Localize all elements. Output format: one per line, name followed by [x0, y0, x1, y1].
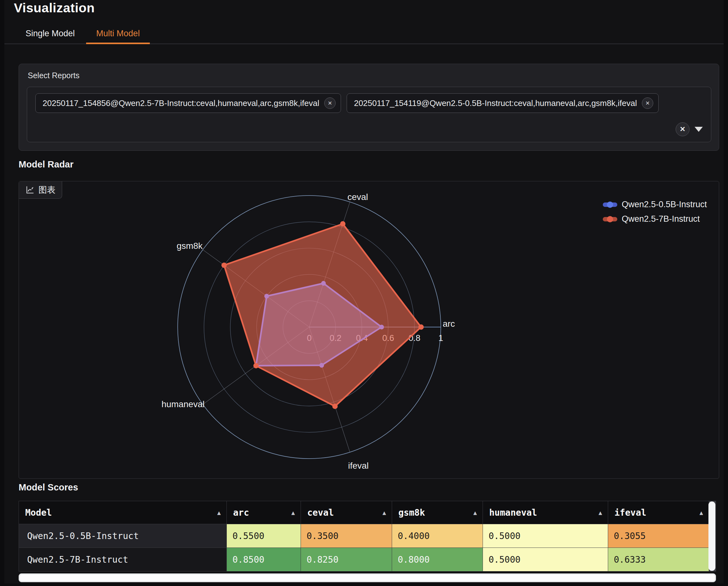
radar-section-heading: Model Radar [19, 159, 74, 170]
legend-label: Qwen2.5-7B-Instruct [622, 214, 700, 224]
report-multiselect[interactable]: 20250117_154856@Qwen2.5-7B-Instruct:ceva… [27, 87, 711, 142]
select-reports-label: Select Reports [28, 71, 79, 80]
scores-section-heading: Model Scores [19, 482, 78, 492]
column-header-ifeval[interactable]: ifeval ▲ [608, 501, 709, 524]
svg-text:gsm8k: gsm8k [177, 241, 203, 251]
score-cell: 0.8000 [392, 548, 483, 571]
legend-marker-blue [603, 203, 617, 207]
legend-item-qwen05b[interactable]: Qwen2.5-0.5B-Instruct [603, 199, 707, 209]
legend-marker-red [603, 217, 617, 221]
report-tag[interactable]: 20250117_154856@Qwen2.5-7B-Instruct:ceva… [35, 94, 341, 113]
column-header-ceval[interactable]: ceval ▲ [301, 501, 392, 524]
sort-asc-icon: ▲ [700, 509, 703, 516]
score-cell: 0.3055 [608, 524, 709, 548]
report-tag-label: 20250117_154856@Qwen2.5-7B-Instruct:ceva… [43, 99, 319, 108]
dropdown-controls: ✕ [676, 123, 703, 136]
model-name-cell: Qwen2.5-0.5B-Instruct [19, 524, 227, 548]
score-cell: 0.8500 [227, 548, 301, 571]
scrollbar-thumb[interactable] [20, 575, 715, 581]
tab-single-model[interactable]: Single Model [19, 29, 81, 44]
model-name-cell: Qwen2.5-7B-Instruct [19, 548, 227, 571]
score-cell: 0.6333 [608, 548, 709, 571]
svg-text:1: 1 [438, 334, 443, 343]
tab-bar: Single Model Multi Model [4, 0, 724, 44]
svg-text:ifeval: ifeval [348, 461, 368, 471]
horizontal-scrollbar[interactable] [19, 574, 716, 582]
score-cell: 0.8250 [301, 548, 392, 571]
remove-tag-icon[interactable]: ✕ [642, 98, 653, 109]
score-cell: 0.5500 [227, 524, 301, 548]
chevron-down-icon[interactable] [695, 127, 703, 132]
legend-dot-icon [607, 202, 613, 208]
column-header-arc[interactable]: arc ▲ [227, 501, 301, 524]
model-scores-table: Model ▲ arc ▲ ceval ▲ gsm8k ▲ humaneval … [19, 501, 716, 571]
line-chart-icon [25, 185, 35, 194]
chart-tab-button[interactable]: 图表 [19, 181, 62, 199]
report-tag-label: 20250117_154119@Qwen2.5-0.5B-Instruct:ce… [354, 99, 637, 108]
sort-asc-icon: ▲ [599, 509, 602, 516]
legend-item-qwen7b[interactable]: Qwen2.5-7B-Instruct [603, 214, 707, 224]
radar-chart-panel: 图表 00.20.40.60.81arccevalgsm8khumanevali… [19, 181, 719, 479]
vertical-scrollbar[interactable] [708, 502, 716, 571]
svg-text:arc: arc [443, 319, 455, 329]
sort-asc-icon: ▲ [291, 509, 295, 516]
clear-all-icon[interactable]: ✕ [676, 123, 690, 136]
score-cell: 0.3500 [301, 524, 392, 548]
column-header-model[interactable]: Model ▲ [19, 501, 227, 524]
sort-asc-icon: ▲ [217, 509, 221, 516]
scores-grid: Model ▲ arc ▲ ceval ▲ gsm8k ▲ humaneval … [19, 501, 709, 571]
legend-dot-icon [607, 216, 613, 222]
column-header-gsm8k[interactable]: gsm8k ▲ [392, 501, 483, 524]
sort-asc-icon: ▲ [383, 509, 386, 516]
score-cell: 0.4000 [392, 524, 483, 548]
tab-multi-model[interactable]: Multi Model [86, 29, 150, 44]
chart-tab-label: 图表 [38, 184, 55, 195]
score-cell: 0.5000 [483, 548, 608, 571]
chart-legend: Qwen2.5-0.5B-Instruct Qwen2.5-7B-Instruc… [603, 199, 707, 224]
column-header-humaneval[interactable]: humaneval ▲ [483, 501, 608, 524]
select-reports-panel: Select Reports 20250117_154856@Qwen2.5-7… [19, 64, 719, 151]
radar-chart: 00.20.40.60.81arccevalgsm8khumanevalifev… [19, 181, 719, 478]
legend-label: Qwen2.5-0.5B-Instruct [622, 199, 707, 209]
score-cell: 0.5000 [483, 524, 608, 548]
svg-text:humaneval: humaneval [161, 399, 205, 409]
remove-tag-icon[interactable]: ✕ [324, 98, 336, 109]
report-tag[interactable]: 20250117_154119@Qwen2.5-0.5B-Instruct:ce… [347, 94, 658, 113]
sort-asc-icon: ▲ [473, 509, 477, 516]
svg-text:ceval: ceval [347, 192, 368, 202]
selected-report-tags: 20250117_154856@Qwen2.5-7B-Instruct:ceva… [35, 94, 658, 113]
